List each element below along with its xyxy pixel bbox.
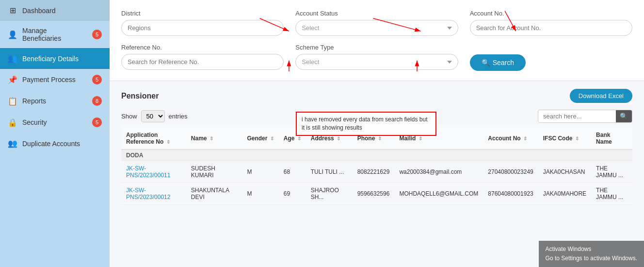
cell-account-no: 87604080001923 <box>483 183 538 205</box>
manage-beneficiaries-badge: 5 <box>92 30 102 39</box>
cell-ifsc: JAKA0MAHORE <box>538 183 591 205</box>
security-icon: 🔒 <box>8 118 17 127</box>
cell-ref-no: JK-SW-PNS/2023/00012 <box>121 183 186 205</box>
cell-name: SHAKUNTALA DEVI <box>186 183 242 205</box>
scheme-type-filter-group: Scheme Type Select <box>295 44 458 71</box>
cell-mailid: MOHDAQELL6@GMAIL.COM <box>394 183 483 205</box>
col-account-no: Account No ⇕ <box>483 128 538 150</box>
account-status-label: Account Status <box>295 10 458 17</box>
sidebar-item-beneficiary-details[interactable]: 👥 Beneficiary Details <box>0 48 110 69</box>
district-input[interactable] <box>121 20 284 36</box>
account-status-select[interactable]: Select <box>295 20 458 36</box>
sidebar-item-security[interactable]: 🔒 Security 5 <box>0 112 110 133</box>
cell-age: 68 <box>279 161 306 183</box>
cell-phone: 8082221629 <box>353 161 395 183</box>
cell-ifsc: JAKA0CHASAN <box>538 161 591 183</box>
activate-windows-line1: Activate Windows <box>546 245 637 254</box>
reference-no-input[interactable] <box>121 54 284 70</box>
reports-badge: 8 <box>92 96 102 106</box>
table-title: Pensioner <box>121 92 159 100</box>
main-content: District Account Status Select Account N… <box>110 0 644 267</box>
activate-windows-line2: Go to Settings to activate Windows. <box>546 254 637 263</box>
cell-account-no: 27040800023249 <box>483 161 538 183</box>
table-row: JK-SW-PNS/2023/00012 SHAKUNTALA DEVI M 6… <box>121 183 632 205</box>
reports-icon: 📋 <box>8 97 17 106</box>
cell-address: TULI TULI ... <box>306 161 353 183</box>
cell-bank-name: THE JAMMU ... <box>591 161 632 183</box>
scheme-type-label: Scheme Type <box>295 44 458 51</box>
account-no-filter-group: Account No. <box>470 10 632 36</box>
table-controls: Show 50 entries i have removed every dat… <box>121 110 632 123</box>
filter-panel: District Account Status Select Account N… <box>110 0 644 81</box>
sidebar: ⊞ Dashboard 👤 Manage Beneficiaries 5 👥 B… <box>0 0 110 267</box>
security-badge: 5 <box>92 117 102 127</box>
district-group-row: DODA <box>121 150 632 161</box>
sidebar-item-payment-process[interactable]: 📌 Payment Process 5 <box>0 69 110 90</box>
cell-bank-name: THE JAMMU ... <box>591 183 632 205</box>
annotation-box: i have removed every data from search fi… <box>296 112 436 136</box>
duplicate-accounts-icon: 👥 <box>8 139 17 148</box>
payment-process-icon: 📌 <box>8 75 17 84</box>
cell-name: SUDESH KUMARI <box>186 161 242 183</box>
payment-process-badge: 5 <box>92 75 102 84</box>
reference-no-label: Reference No. <box>121 44 284 51</box>
cell-age: 69 <box>279 183 306 205</box>
filter-grid: District Account Status Select Account N… <box>121 10 632 71</box>
search-icon: 🔍 <box>482 59 490 67</box>
show-entries: Show 50 entries <box>121 110 188 122</box>
table-search-button[interactable]: 🔍 <box>616 110 632 122</box>
sidebar-item-label: Security <box>22 118 47 126</box>
data-table: ApplicationReference No ⇕ Name ⇕ Gender … <box>121 128 632 205</box>
scheme-type-select[interactable]: Select <box>295 54 458 70</box>
cell-gender: M <box>242 183 278 205</box>
download-excel-button[interactable]: Download Excel <box>570 89 632 103</box>
cell-mailid: wa2000384@gmail.com <box>394 161 483 183</box>
activate-windows-overlay: Activate Windows Go to Settings to activ… <box>539 241 644 267</box>
entries-select[interactable]: 50 <box>141 110 165 122</box>
sidebar-item-label: Dashboard <box>22 7 56 15</box>
col-bank-name: BankName <box>591 128 632 150</box>
account-no-input[interactable] <box>470 20 632 36</box>
sidebar-item-label: Reports <box>22 97 46 105</box>
sidebar-item-manage-beneficiaries[interactable]: 👤 Manage Beneficiaries 5 <box>0 21 110 48</box>
sidebar-item-label: Beneficiary Details <box>22 55 79 63</box>
search-button[interactable]: 🔍 Search <box>470 54 526 71</box>
table-section: Pensioner Download Excel Show 50 entries… <box>110 81 644 213</box>
district-group-label: DODA <box>121 150 632 161</box>
sidebar-item-label: Payment Process <box>22 76 76 83</box>
beneficiary-details-icon: 👥 <box>8 54 17 63</box>
sidebar-item-label: Manage Beneficiaries <box>22 27 87 42</box>
show-label: Show <box>121 113 137 120</box>
account-status-filter-group: Account Status Select <box>295 10 458 36</box>
cell-ref-no: JK-SW-PNS/2023/00011 <box>121 161 186 183</box>
district-label: District <box>121 10 284 17</box>
col-gender: Gender ⇕ <box>242 128 278 150</box>
table-search-box: 🔍 <box>538 110 632 123</box>
col-ref-no: ApplicationReference No ⇕ <box>121 128 186 150</box>
dashboard-icon: ⊞ <box>8 6 17 15</box>
sidebar-item-label: Duplicate Accounts <box>22 140 80 148</box>
col-name: Name ⇕ <box>186 128 242 150</box>
account-no-label: Account No. <box>470 10 632 17</box>
col-ifsc: IFSC Code ⇕ <box>538 128 591 150</box>
table-row: JK-SW-PNS/2023/00011 SUDESH KUMARI M 68 … <box>121 161 632 183</box>
cell-gender: M <box>242 161 278 183</box>
cell-address: SHAJROO SH... <box>306 183 353 205</box>
district-filter-group: District <box>121 10 284 36</box>
table-search-input[interactable] <box>538 110 616 122</box>
manage-beneficiaries-icon: 👤 <box>8 30 17 39</box>
entries-label: entries <box>169 113 188 120</box>
sidebar-item-reports[interactable]: 📋 Reports 8 <box>0 90 110 112</box>
reference-no-filter-group: Reference No. <box>121 44 284 71</box>
sidebar-item-dashboard[interactable]: ⊞ Dashboard <box>0 0 110 21</box>
cell-phone: 9596632596 <box>353 183 395 205</box>
table-header: Pensioner Download Excel <box>121 89 632 103</box>
search-button-container: 🔍 Search <box>470 44 632 71</box>
sidebar-item-duplicate-accounts[interactable]: 👥 Duplicate Accounts <box>0 133 110 154</box>
